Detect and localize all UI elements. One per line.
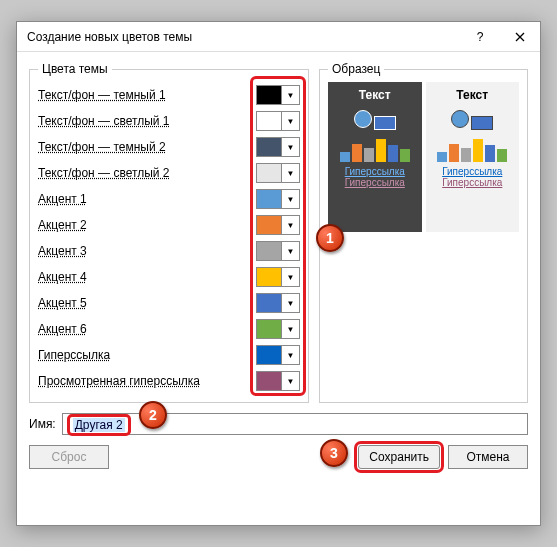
annotation-marker-1: 1 bbox=[316, 224, 344, 252]
color-row: Акцент 5▼ bbox=[38, 290, 300, 316]
color-row: Просмотренная гиперссылка▼ bbox=[38, 368, 300, 394]
color-label: Акцент 1 bbox=[38, 192, 256, 206]
color-row: Акцент 4▼ bbox=[38, 264, 300, 290]
color-label: Гиперссылка bbox=[38, 348, 256, 362]
chevron-down-icon: ▼ bbox=[281, 346, 299, 364]
name-label: Имя: bbox=[29, 417, 56, 431]
color-picker[interactable]: ▼ bbox=[256, 345, 300, 365]
chevron-down-icon: ▼ bbox=[281, 268, 299, 286]
chevron-down-icon: ▼ bbox=[281, 164, 299, 182]
sample-hyperlink-dark: Гиперссылка bbox=[334, 166, 416, 177]
color-label: Текст/фон — темный 2 bbox=[38, 140, 256, 154]
chevron-down-icon: ▼ bbox=[281, 112, 299, 130]
chevron-down-icon: ▼ bbox=[281, 320, 299, 338]
color-row: Акцент 3▼ bbox=[38, 238, 300, 264]
color-row: Гиперссылка▼ bbox=[38, 342, 300, 368]
color-picker[interactable]: ▼ bbox=[256, 371, 300, 391]
swatch-color bbox=[257, 268, 281, 286]
help-button[interactable]: ? bbox=[460, 22, 500, 52]
name-input[interactable]: Другая 2 bbox=[62, 413, 528, 435]
swatch-color bbox=[257, 112, 281, 130]
color-row: Текст/фон — светлый 1▼ bbox=[38, 108, 300, 134]
cancel-button[interactable]: Отмена bbox=[448, 445, 528, 469]
button-row: Сброс Сохранить Отмена 3 bbox=[29, 445, 528, 469]
name-row: Имя: Другая 2 2 bbox=[29, 413, 528, 435]
color-picker[interactable]: ▼ bbox=[256, 189, 300, 209]
color-row: Акцент 6▼ bbox=[38, 316, 300, 342]
chevron-down-icon: ▼ bbox=[281, 190, 299, 208]
color-picker[interactable]: ▼ bbox=[256, 215, 300, 235]
swatch-color bbox=[257, 372, 281, 390]
sample-dark: Текст bbox=[328, 82, 422, 232]
titlebar: Создание новых цветов темы ? bbox=[17, 22, 540, 52]
annotation-marker-3: 3 bbox=[320, 439, 348, 467]
swatch-color bbox=[257, 294, 281, 312]
chevron-down-icon: ▼ bbox=[281, 138, 299, 156]
swatch-color bbox=[257, 242, 281, 260]
close-icon bbox=[515, 32, 525, 42]
chevron-down-icon: ▼ bbox=[281, 86, 299, 104]
swatch-color bbox=[257, 138, 281, 156]
chevron-down-icon: ▼ bbox=[281, 216, 299, 234]
color-label: Текст/фон — темный 1 bbox=[38, 88, 256, 102]
dialog-content: Цвета темы Текст/фон — темный 1▼Текст/фо… bbox=[17, 52, 540, 525]
sample-light: Текст bbox=[426, 82, 520, 232]
color-row: Текст/фон — темный 2▼ bbox=[38, 134, 300, 160]
swatch-color bbox=[257, 164, 281, 182]
color-picker[interactable]: ▼ bbox=[256, 163, 300, 183]
sample-legend: Образец bbox=[328, 62, 384, 76]
save-button[interactable]: Сохранить bbox=[358, 445, 440, 469]
theme-colors-dialog: Создание новых цветов темы ? Цвета темы … bbox=[16, 21, 541, 526]
theme-colors-legend: Цвета темы bbox=[38, 62, 112, 76]
swatch-color bbox=[257, 320, 281, 338]
sample-hyperlink-light: Гиперссылка bbox=[432, 166, 514, 177]
reset-button[interactable]: Сброс bbox=[29, 445, 109, 469]
annotation-marker-2: 2 bbox=[139, 401, 167, 429]
color-label: Акцент 6 bbox=[38, 322, 256, 336]
chevron-down-icon: ▼ bbox=[281, 242, 299, 260]
swatch-color bbox=[257, 86, 281, 104]
color-row: Текст/фон — светлый 2▼ bbox=[38, 160, 300, 186]
color-label: Акцент 4 bbox=[38, 270, 256, 284]
dialog-title: Создание новых цветов темы bbox=[27, 30, 460, 44]
color-label: Текст/фон — светлый 2 bbox=[38, 166, 256, 180]
chevron-down-icon: ▼ bbox=[281, 294, 299, 312]
chevron-down-icon: ▼ bbox=[281, 372, 299, 390]
color-label: Акцент 5 bbox=[38, 296, 256, 310]
color-picker[interactable]: ▼ bbox=[256, 111, 300, 131]
close-button[interactable] bbox=[500, 22, 540, 52]
sample-visited-dark: Гиперссылка bbox=[334, 177, 416, 188]
swatch-color bbox=[257, 346, 281, 364]
sample-group: Образец Текст bbox=[319, 62, 528, 403]
color-row: Текст/фон — темный 1▼ bbox=[38, 82, 300, 108]
color-label: Акцент 3 bbox=[38, 244, 256, 258]
color-label: Просмотренная гиперссылка bbox=[38, 374, 256, 388]
color-picker[interactable]: ▼ bbox=[256, 267, 300, 287]
color-row: Акцент 1▼ bbox=[38, 186, 300, 212]
swatch-color bbox=[257, 190, 281, 208]
swatch-color bbox=[257, 216, 281, 234]
color-picker[interactable]: ▼ bbox=[256, 137, 300, 157]
color-label: Акцент 2 bbox=[38, 218, 256, 232]
color-picker[interactable]: ▼ bbox=[256, 85, 300, 105]
color-row: Акцент 2▼ bbox=[38, 212, 300, 238]
color-picker[interactable]: ▼ bbox=[256, 241, 300, 261]
sample-visited-light: Гиперссылка bbox=[432, 177, 514, 188]
color-picker[interactable]: ▼ bbox=[256, 293, 300, 313]
theme-colors-group: Цвета темы Текст/фон — темный 1▼Текст/фо… bbox=[29, 62, 309, 403]
color-label: Текст/фон — светлый 1 bbox=[38, 114, 256, 128]
color-picker[interactable]: ▼ bbox=[256, 319, 300, 339]
